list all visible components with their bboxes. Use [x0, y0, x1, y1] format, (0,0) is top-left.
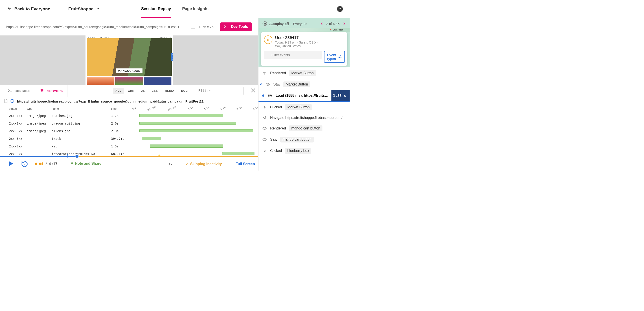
user-card-menu[interactable]: ⋮ — [341, 36, 345, 40]
event-row[interactable]: SawMarket Button — [258, 79, 350, 90]
network-row[interactable]: 2xx-3xximage/jpegdragonfruit.jpg2.0s — [0, 120, 258, 127]
svg-point-4 — [339, 57, 340, 58]
active-dot-icon — [262, 94, 264, 97]
header-divider — [59, 5, 59, 13]
pointer-icon — [262, 148, 267, 153]
skip-inactivity-toggle[interactable]: ✓ Skipping Inactivity — [186, 162, 222, 166]
filter-events-input[interactable] — [264, 51, 322, 59]
svg-point-8 — [269, 95, 270, 96]
user-name[interactable]: User 239417 — [275, 36, 318, 40]
load-icon — [268, 93, 272, 98]
network-row[interactable]: 2xx-3xxweb1.5s — [0, 142, 258, 150]
event-row[interactable]: Clickedblueberry box — [258, 145, 350, 156]
arrow-left-icon — [7, 6, 11, 12]
event-chip: Market Button — [289, 70, 316, 76]
network-row[interactable]: 2xx-3xxtrack394.7ms — [0, 135, 258, 142]
playback-speed[interactable]: 1x — [169, 162, 172, 166]
svg-point-2 — [268, 39, 269, 40]
event-chip: blueberry box — [285, 148, 311, 154]
event-chip: Market Button — [285, 104, 312, 110]
event-row[interactable]: Navigate https://fruitshoppe.firebaseapp… — [258, 113, 350, 123]
filter-pill-js[interactable]: JS — [138, 88, 148, 94]
replay-viewport: THE FRUIT SHOPPE Market Login MANGOCADOS… — [0, 36, 258, 85]
navigate-icon — [262, 116, 267, 120]
filter-pill-all[interactable]: ALL — [113, 88, 124, 94]
devtools-label: Dev Tools — [231, 25, 248, 29]
svg-point-5 — [264, 73, 265, 74]
eye-icon — [262, 137, 267, 142]
close-devtools-button[interactable] — [250, 88, 256, 94]
replay-thumb — [87, 78, 114, 85]
app-selector[interactable]: FruitShoppe — [68, 6, 100, 12]
replay-nav: Market Login — [160, 37, 172, 38]
fullscreen-button[interactable]: Full Screen — [236, 162, 255, 166]
document-icon — [4, 99, 8, 104]
rewind-button[interactable]: 7 — [21, 160, 28, 168]
replay-hero-label: MANGOCADOS — [116, 68, 142, 73]
pointer-icon — [262, 105, 267, 110]
devtools-tab-console[interactable]: CONSOLE — [3, 85, 35, 97]
autoplay-toggle[interactable]: Autoplay off — [269, 22, 289, 26]
net-col-type: type — [27, 107, 52, 110]
back-to-everyone-link[interactable]: Back to Everyone — [7, 6, 50, 12]
devtools-tab-network[interactable]: NETWORK — [35, 85, 68, 97]
next-session-button[interactable] — [343, 22, 346, 26]
filter-pill-media[interactable]: MEDIA — [162, 88, 177, 94]
event-chip: mango cart button — [289, 126, 322, 131]
eye-icon — [262, 71, 267, 76]
terminal-icon — [8, 89, 12, 93]
replay-brand: THE FRUIT SHOPPE — [87, 37, 109, 38]
check-icon: ✓ — [186, 162, 189, 166]
replay-thumb — [144, 78, 172, 85]
app-name: FruitShoppe — [68, 6, 93, 12]
pause-icon: ▮▮ — [262, 21, 267, 26]
event-chip: Market Button — [284, 82, 310, 87]
devtools-button[interactable]: Dev Tools — [220, 22, 252, 31]
note-and-share-button[interactable]: “ Note and Share — [71, 162, 101, 167]
time-display: 0:04 / 0:17 — [35, 162, 57, 166]
filter-pill-xhr[interactable]: XHR — [126, 88, 137, 94]
user-meta: Today, 9:29 pm · Safari, OS X · WA, Unit… — [275, 40, 318, 48]
network-row[interactable]: 2xx-3xxintegrations?OrgId=1ENq687.1ms — [0, 150, 258, 155]
back-label: Back to Everyone — [14, 6, 50, 12]
session-position: 2 of 6.8K — [326, 22, 340, 26]
svg-point-6 — [267, 84, 268, 85]
location-map: 📍Snohomish — [258, 28, 350, 32]
chevron-down-icon — [96, 6, 100, 12]
terminal-icon — [224, 25, 229, 28]
event-chip: mango cart button — [280, 137, 314, 142]
help-button[interactable]: ? — [337, 6, 343, 12]
event-types-button[interactable]: Event types — [324, 51, 345, 62]
event-row[interactable]: RenderedMarket Button — [258, 68, 350, 79]
network-row[interactable]: 2xx-3xximage/jpegbluebs.jpg2.3s — [0, 127, 258, 135]
net-col-time: time — [111, 107, 129, 110]
event-row[interactable]: Sawmango cart button — [258, 134, 350, 145]
event-row[interactable]: Load (1555 ms): https://fruitshoppe.fi1.… — [258, 90, 350, 102]
network-row[interactable]: 2xx-3xximage/jpegpeaches.jpg1.7s — [0, 112, 258, 120]
svg-point-9 — [264, 128, 265, 129]
current-url: https://fruitshoppe.firebaseapp.com/#/?e… — [17, 100, 204, 103]
net-col-status: status — [9, 107, 27, 110]
svg-point-10 — [264, 139, 265, 140]
play-button[interactable] — [8, 161, 14, 168]
quote-icon: “ — [71, 162, 73, 167]
tab-page-insights[interactable]: Page Insights — [182, 0, 208, 18]
net-col-name: name — [52, 107, 111, 110]
filter-pill-css[interactable]: CSS — [149, 88, 161, 94]
tab-session-replay[interactable]: Session Replay — [141, 0, 171, 18]
filter-pill-doc[interactable]: DOC — [178, 88, 190, 94]
svg-point-3 — [340, 56, 341, 56]
svg-point-1 — [267, 39, 268, 40]
eye-icon — [262, 126, 267, 130]
network-filter-input[interactable] — [196, 87, 244, 95]
event-row[interactable]: Renderedmango cart button — [258, 123, 350, 134]
dot-icon — [260, 84, 262, 85]
replay-thumb — [115, 78, 143, 85]
collapse-icon[interactable] — [10, 99, 14, 104]
prev-session-button[interactable] — [320, 22, 323, 26]
wifi-icon — [40, 89, 44, 93]
event-row[interactable]: ClickedMarket Button — [258, 102, 350, 113]
replay-feedback-tab: Feedback — [171, 53, 173, 61]
playback-timeline[interactable]: ⚡ — [0, 155, 258, 158]
session-url[interactable]: https://fruitshoppe.firebaseapp.com/#/?e… — [6, 25, 186, 29]
